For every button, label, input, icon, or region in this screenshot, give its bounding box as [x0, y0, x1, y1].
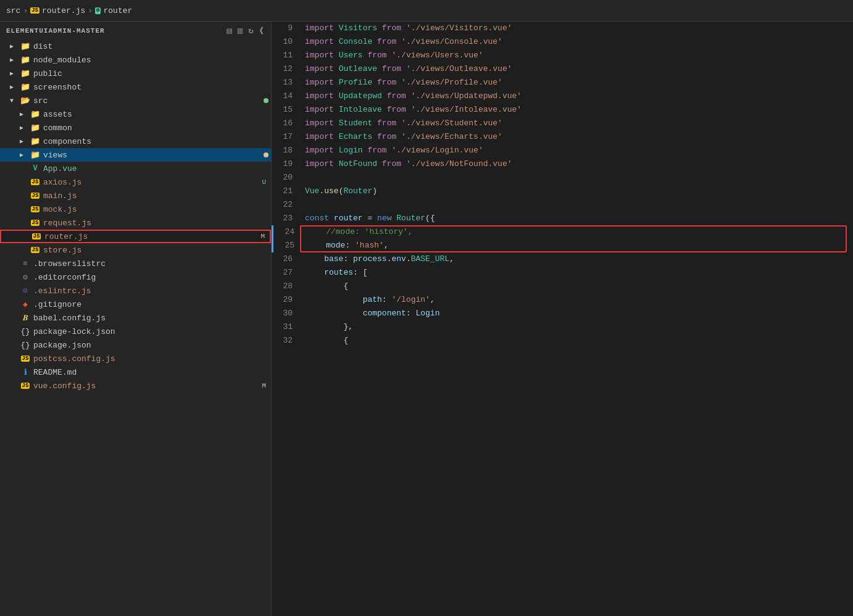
js-icon: JS: [31, 233, 42, 239]
code-line-28: 28 {: [272, 280, 853, 293]
info-icon: ℹ: [20, 367, 31, 377]
sidebar-header: ELEMENTUIADMIN-MASTER ▤ ▥ ↻ ❰: [0, 22, 271, 40]
sidebar-item-node-modules[interactable]: ▶ 📁 node_modules: [0, 53, 271, 67]
sidebar-item-common[interactable]: ▶ 📁 common: [0, 121, 271, 135]
eslint-icon: ⊙: [20, 286, 31, 296]
code-line-20: 20: [272, 171, 853, 185]
sidebar-item-browserslistrc[interactable]: ≡ .browserslistrc: [0, 257, 271, 270]
folder-icon: src: [6, 6, 20, 15]
folder-icon: 📁: [30, 136, 41, 146]
modified-dot: [264, 98, 268, 103]
folder-icon: 📁: [20, 82, 31, 92]
modified-badge: M: [262, 382, 266, 389]
folder-icon: 📁: [30, 150, 41, 160]
code-line-14: 14 import Updatepwd from './views/Update…: [272, 89, 853, 103]
sidebar-item-request-js[interactable]: JS request.js: [0, 216, 271, 230]
code-line-26: 26 base: process.env.BASE_URL,: [272, 252, 853, 266]
code-line-10: 10 import Console from './views/Console.…: [272, 35, 853, 49]
sidebar-item-axios-js[interactable]: JS axios.js U: [0, 175, 271, 189]
sidebar: ELEMENTUIADMIN-MASTER ▤ ▥ ↻ ❰ ▶ 📁 dist ▶…: [0, 22, 272, 616]
code-line-13: 13 import Profile from './views/Profile.…: [272, 76, 853, 89]
config-icon: ⚙: [20, 272, 31, 282]
sidebar-item-gitignore[interactable]: ◆ .gitignore: [0, 298, 271, 311]
code-line-27: 27 routes: [: [272, 266, 853, 280]
chevron-right-icon: ▶: [20, 124, 30, 131]
code-line-30: 30 component: Login: [272, 307, 853, 320]
modified-dot: [264, 152, 268, 157]
sidebar-item-screenshot[interactable]: ▶ 📁 screenshot: [0, 80, 271, 94]
js-icon: JS: [20, 356, 31, 362]
code-line-16: 16 import Student from './views/Student.…: [272, 117, 853, 130]
sidebar-item-vue-config[interactable]: JS vue.config.js M: [0, 379, 271, 393]
folder-icon: 📁: [30, 123, 41, 133]
code-line-15: 15 import Intoleave from './views/Intole…: [272, 103, 853, 117]
chevron-right-icon: ▶: [10, 70, 20, 77]
modified-badge: M: [260, 233, 265, 240]
sidebar-item-babel-config[interactable]: 𝑩 babel.config.js: [0, 311, 271, 325]
chevron-right-icon: ▶: [10, 83, 20, 91]
refresh-icon[interactable]: ↻: [248, 25, 254, 36]
main-layout: ELEMENTUIADMIN-MASTER ▤ ▥ ↻ ❰ ▶ 📁 dist ▶…: [0, 22, 853, 616]
sidebar-item-components[interactable]: ▶ 📁 components: [0, 135, 271, 148]
sidebar-item-editorconfig[interactable]: ⚙ .editorconfig: [0, 270, 271, 284]
folder-icon: 📁: [20, 55, 31, 65]
sidebar-title: ELEMENTUIADMIN-MASTER: [6, 27, 105, 35]
code-line-25: 25 mode: 'hash',: [272, 239, 853, 252]
babel-icon: 𝑩: [20, 314, 31, 323]
code-line-18: 18 import Login from './views/Login.vue': [272, 144, 853, 157]
sidebar-header-actions: ▤ ▥ ↻ ❰: [227, 25, 265, 36]
folder-icon: 📁: [20, 69, 31, 78]
sidebar-item-package-json[interactable]: {} package.json: [0, 338, 271, 352]
code-line-11: 11 import Users from './views/Users.vue': [272, 49, 853, 62]
sidebar-item-readme[interactable]: ℹ README.md: [0, 365, 271, 379]
collapse-icon[interactable]: ❰: [259, 25, 265, 36]
git-icon: ◆: [20, 299, 31, 309]
sidebar-item-public[interactable]: ▶ 📁 public: [0, 67, 271, 80]
code-line-22: 22: [272, 198, 853, 212]
folder-icon: 📁: [30, 109, 41, 119]
js-icon: JS: [20, 383, 31, 389]
json-icon: {}: [20, 341, 31, 350]
chevron-right-icon: ▶: [20, 110, 30, 118]
sidebar-item-app-vue[interactable]: V App.vue: [0, 162, 271, 175]
sidebar-item-mock-js[interactable]: JS mock.js: [0, 202, 271, 216]
sidebar-item-main-js[interactable]: JS main.js: [0, 189, 271, 202]
code-line-17: 17 import Echarts from './views/Echarts.…: [272, 130, 853, 144]
breadcrumb: src › JS router.js › ⊙ router: [6, 6, 132, 15]
js-icon: JS: [30, 220, 41, 226]
code-line-12: 12 import Outleave from './views/Outleav…: [272, 62, 853, 76]
sidebar-item-postcss[interactable]: JS postcss.config.js: [0, 352, 271, 365]
code-line-29: 29 path: '/login',: [272, 293, 853, 307]
sidebar-item-eslintrc[interactable]: ⊙ .eslintrc.js: [0, 284, 271, 298]
new-folder-icon[interactable]: ▥: [238, 25, 243, 36]
sidebar-item-router-js[interactable]: JS router.js M: [0, 230, 271, 243]
folder-icon: 📁: [20, 41, 31, 51]
js-icon: JS: [30, 179, 41, 185]
new-file-icon[interactable]: ▤: [227, 25, 232, 36]
sidebar-item-dist[interactable]: ▶ 📁 dist: [0, 40, 271, 53]
js-icon: JS: [30, 206, 41, 212]
code-line-19: 19 import NotFound from './views/NotFoun…: [272, 157, 853, 171]
js-icon: JS: [30, 7, 40, 14]
code-line-21: 21 Vue.use(Router): [272, 185, 853, 198]
chevron-right-icon: ▶: [20, 138, 30, 145]
sidebar-item-assets[interactable]: ▶ 📁 assets: [0, 107, 271, 121]
chevron-right-icon: ▶: [10, 43, 20, 50]
folder-open-icon: 📂: [20, 96, 31, 106]
sidebar-item-views[interactable]: ▶ 📁 views: [0, 148, 271, 162]
code-editor[interactable]: 9 import Visitors from './views/Visitors…: [272, 22, 853, 616]
top-bar: src › JS router.js › ⊙ router: [0, 0, 853, 22]
js-icon: JS: [30, 193, 41, 199]
sidebar-item-src[interactable]: ▼ 📂 src: [0, 94, 271, 107]
router-icon: ⊙: [95, 7, 101, 14]
code-line-23: 23 const router = new Router({: [272, 212, 853, 225]
sidebar-item-store-js[interactable]: JS store.js: [0, 243, 271, 257]
code-line-31: 31 },: [272, 320, 853, 334]
json-icon: {}: [20, 327, 31, 336]
highlighted-block: 24 //mode: 'history', 25 mode: 'hash',: [272, 225, 853, 252]
chevron-down-icon: ▼: [10, 98, 20, 104]
vue-icon: V: [30, 164, 41, 173]
code-line-32: 32 {: [272, 334, 853, 348]
file-icon: ≡: [20, 259, 31, 268]
sidebar-item-package-lock[interactable]: {} package-lock.json: [0, 325, 271, 338]
